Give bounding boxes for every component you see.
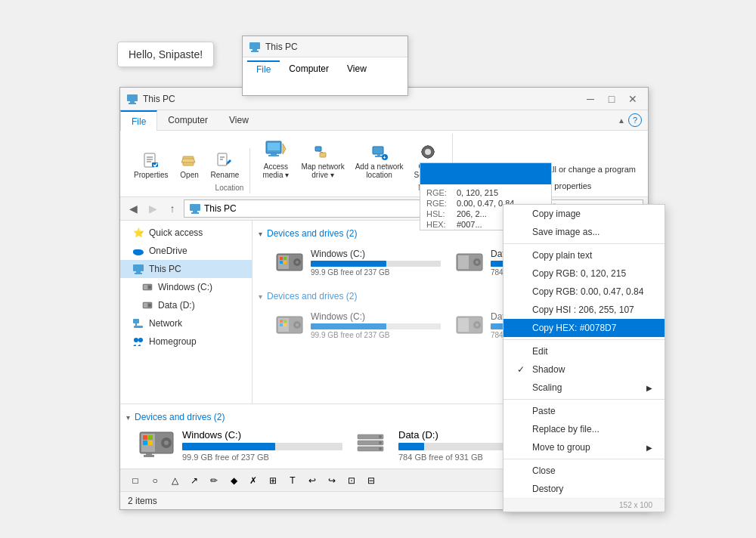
drive-icon-d1 [454, 249, 485, 277]
bg-tab-file[interactable]: File [247, 60, 280, 77]
toolbar-text[interactable]: T [284, 472, 302, 489]
menu-copy-hex[interactable]: Copy HEX: #0078D7 [503, 319, 665, 337]
sidebar-item-quickaccess[interactable]: ⭐ Quick access [120, 224, 252, 242]
drive-icon-c1 [274, 249, 305, 277]
menu-replace[interactable]: Replace by file... [503, 420, 665, 438]
svg-rect-3 [127, 94, 138, 101]
sidebar: ⭐ Quick access OneDrive [120, 221, 253, 404]
svg-rect-83 [146, 453, 152, 455]
sidebar-item-homegroup[interactable]: Homegroup [120, 332, 252, 351]
menu-scaling[interactable]: Scaling [503, 379, 665, 397]
sidebar-item-onedrive[interactable]: OneDrive [120, 242, 252, 260]
address-computer-icon [189, 203, 201, 214]
menu-close[interactable]: Close [503, 462, 665, 480]
menu-paste[interactable]: Paste [503, 402, 665, 420]
toolbar-pencil[interactable]: ✏ [205, 472, 223, 489]
titlebar-computer-icon [126, 94, 138, 104]
svg-rect-56 [284, 257, 287, 260]
menu-copy-plain[interactable]: Copy plain text [503, 246, 665, 264]
back-button[interactable]: ◀ [125, 200, 141, 217]
titlebar-controls[interactable]: ─ □ ✕ [581, 91, 642, 107]
toolbar-undo[interactable]: ↩ [303, 472, 321, 489]
toolbar-triangle[interactable]: △ [166, 472, 184, 489]
open-label: Open [180, 171, 198, 179]
sidebar-label-thispc: This PC [149, 264, 181, 274]
toolbar-pin[interactable]: ⊡ [342, 472, 361, 489]
sidebar-item-windowsc[interactable]: Windows (C:) [120, 278, 252, 296]
bg-tab-view[interactable]: View [338, 60, 376, 77]
toolbar-redo[interactable]: ↪ [323, 472, 341, 489]
menu-edit[interactable]: Edit [503, 342, 665, 360]
toolbar-rect[interactable]: □ [126, 472, 144, 489]
bottom-drive-c[interactable]: Windows (C:) 99.9 GB free of 237 GB [138, 428, 342, 462]
svg-rect-67 [280, 320, 283, 323]
menu-copy-hsi[interactable]: Copy HSI : 206, 255, 107 [503, 301, 665, 319]
tab-view[interactable]: View [218, 110, 259, 130]
menu-shadow[interactable]: ✓ Shadow [503, 360, 665, 379]
location-buttons[interactable]: Properties Open [129, 148, 243, 182]
bg-window-tabs[interactable]: File Computer View [243, 57, 407, 77]
ribbon-tabs[interactable]: File Computer View ▲ ? [120, 110, 648, 131]
drive-bar-c2 [311, 323, 386, 329]
drive-bar-container-c2 [311, 323, 441, 329]
minimize-button[interactable]: ─ [581, 91, 600, 107]
bottom-drive-bar-c [182, 443, 275, 450]
toolbar-marker[interactable]: ◆ [225, 472, 243, 489]
toolbar-arrow[interactable]: ↗ [185, 472, 203, 489]
tab-file[interactable]: File [120, 110, 157, 131]
drive-bar-container-c1 [311, 261, 441, 267]
svg-point-36 [138, 250, 143, 254]
sidebar-item-thispc[interactable]: This PC [120, 260, 252, 278]
add-network-button[interactable]: + Add a networklocation [351, 140, 408, 182]
drive-name-c1: Windows (C:) [311, 249, 441, 259]
up-button[interactable]: ↑ [164, 200, 181, 217]
svg-marker-14 [283, 144, 286, 154]
menu-copy-rgb2[interactable]: Copy RGB: 0.00, 0.47, 0.84 [503, 283, 665, 301]
bg-tab-computer[interactable]: Computer [280, 60, 338, 77]
svg-rect-79 [143, 435, 147, 440]
svg-point-42 [148, 286, 151, 289]
color-row-rge1: RGE: 0, 120, 215 [420, 187, 551, 198]
color-val-rge1: 0, 120, 215 [457, 188, 498, 197]
toolbar-copy[interactable]: ⊟ [362, 472, 380, 489]
forward-button[interactable]: ▶ [144, 200, 161, 217]
map-network-button[interactable]: Map networkdrive ▾ [296, 140, 349, 182]
svg-rect-0 [249, 42, 260, 49]
toolbar-mosaic[interactable]: ✗ [244, 472, 262, 489]
help-button[interactable]: ? [628, 113, 642, 127]
svg-rect-16 [320, 153, 326, 157]
toolbar-eraser[interactable]: ⊞ [264, 472, 282, 489]
menu-copy-rgb1[interactable]: Copy RGB: 0, 120, 215 [503, 264, 665, 283]
open-button[interactable]: Open [175, 148, 205, 182]
svg-rect-18 [373, 147, 383, 154]
menu-sep-2 [503, 339, 665, 340]
network-buttons[interactable]: Accessmedia ▾ Map networkdrive ▾ [256, 134, 445, 182]
color-swatch [420, 163, 551, 184]
drive-item-c2[interactable]: Windows (C:) 99.9 GB free of 237 GB [271, 308, 445, 343]
svg-rect-41 [144, 285, 147, 289]
properties-button[interactable]: Properties [129, 148, 173, 182]
menu-copy-image[interactable]: Copy image [503, 205, 665, 223]
sidebar-item-datad[interactable]: Data (D:) [120, 296, 252, 314]
location-group-label: Location [215, 184, 244, 193]
svg-rect-32 [193, 211, 197, 212]
close-button[interactable]: ✕ [624, 91, 642, 107]
access-media-button[interactable]: Accessmedia ▾ [256, 134, 295, 182]
svg-point-24 [425, 149, 431, 155]
svg-point-78 [164, 441, 169, 445]
toolbar-ellipse[interactable]: ○ [146, 472, 164, 489]
sidebar-label-quickaccess: Quick access [149, 227, 203, 238]
drive-free-c1: 99.9 GB free of 237 GB [311, 268, 441, 277]
rename-button[interactable]: Rename [206, 148, 244, 182]
drive-item-c1[interactable]: Windows (C:) 99.9 GB free of 237 GB [271, 245, 445, 280]
context-menu: Copy image Save image as... Copy plain t… [503, 204, 665, 512]
menu-move-group[interactable]: Move to group [503, 438, 665, 456]
sidebar-item-network[interactable]: Network [120, 314, 252, 332]
menu-destroy[interactable]: Destory [503, 480, 665, 498]
svg-rect-5 [129, 103, 136, 104]
maximize-button[interactable]: □ [603, 91, 621, 107]
titlebar-left: This PC [126, 94, 175, 104]
menu-save-image[interactable]: Save image as... [503, 223, 665, 241]
tab-computer[interactable]: Computer [157, 110, 218, 130]
bottom-drive-free-c: 99.9 GB free of 237 GB [182, 453, 342, 462]
